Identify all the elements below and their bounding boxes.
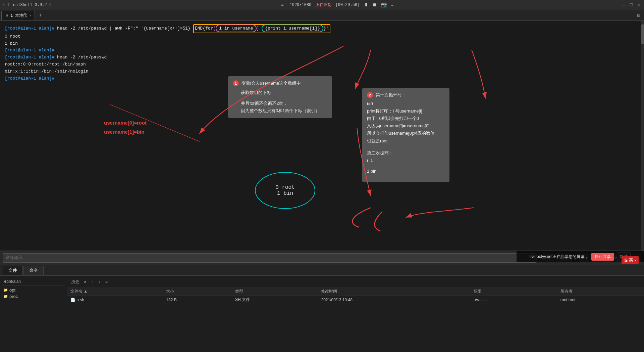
live-notification-text: live.polyv.net正在共享您的屏幕， — [530, 254, 589, 260]
new-tab-button[interactable]: + — [36, 11, 44, 19]
cmd-highlight-orange: END{for(i in username) {print i,username… — [193, 24, 330, 33]
file-name: 📄 a.sh — [67, 296, 163, 304]
close-button[interactable]: ✕ — [636, 2, 641, 8]
ime-badge[interactable]: S 英 · — [622, 256, 639, 264]
upload-toolbar-btn[interactable]: ≡ — [104, 279, 109, 285]
bottom-content: /root/alan 📁 opt 📁 proc 历史 ↺ ↑ ↓ ≡ — [0, 276, 644, 352]
box2-text-1: 第一次循环时： — [376, 92, 406, 97]
cmd-part-2: head -2 /etc/passwd — [54, 54, 107, 61]
titlebar-controls: — □ ✕ — [621, 2, 641, 8]
output-line-4: bin:x:1:1:bin:/bin:/sbin/nologin — [5, 68, 639, 75]
col-type[interactable]: 类型 — [232, 287, 318, 296]
annotation-box-2: 2 第一次循环时： i=0 print将打印：i 与username[i] 由于… — [362, 88, 449, 182]
ime-logo: S — [624, 257, 628, 263]
box2-text-4: 由于i=0所以会先打印一个0 — [367, 115, 445, 122]
titlebar-center: ≡ 1920x1080 正在录制 [00:29:59] ⏸ ⏹ 📷 ✏ — [279, 2, 393, 8]
username-0-label: username[0]=root — [104, 118, 147, 127]
col-name[interactable]: 文件名 ▲ — [67, 287, 163, 296]
ellipse-line-2: 1 bin — [277, 190, 293, 196]
file-tree: /root/alan 📁 opt 📁 proc — [0, 276, 67, 352]
pause-icon[interactable]: ⏸ — [364, 2, 368, 8]
box1-text-3: 并且for循环会循环2次， — [233, 100, 327, 107]
history-toolbar-btn[interactable]: 历史 — [70, 278, 80, 285]
box2-text-9: 第二次循环： — [367, 149, 445, 157]
bottom-tabbar: 文件 命令 — [0, 265, 644, 276]
command-line-2: [root@alan-1 alan]# head -2 /etc/passwd — [5, 54, 639, 61]
tab-files[interactable]: 文件 — [3, 266, 23, 275]
col-modified[interactable]: 修改时间 — [318, 287, 470, 296]
output-line-3: root:x:0:0:root:/root:/bin/bash — [5, 61, 639, 68]
output-ellipse: 0 root 1 bin — [255, 172, 315, 209]
command-input[interactable] — [3, 253, 537, 263]
file-size: 132 B — [163, 296, 232, 304]
app-title: FinalShell 3.9.2.2 — [8, 3, 52, 7]
col-size[interactable]: 大小 — [163, 287, 232, 296]
tab-label: 1 本地① — [10, 13, 27, 18]
titlebar-left: ⚡ FinalShell 3.9.2.2 — [3, 2, 52, 8]
tab-local[interactable]: 🖥 1 本地① ✕ — [1, 11, 35, 20]
cmd-highlight-cyan: {print i,username[i]} — [262, 25, 323, 32]
camera-icon[interactable]: 📷 — [381, 2, 387, 8]
prompt-2: [root@alan-1 alan]# — [5, 47, 639, 54]
box1-text-4: 因为整个数组只有0和1两个下标（索引） — [233, 107, 327, 115]
file-perm: -rw-r--r-- — [470, 296, 557, 304]
red-annotation-1: username[0]=root username[1]=bin — [104, 118, 147, 136]
minimize-button[interactable]: — — [621, 2, 627, 8]
tab-close-icon[interactable]: ✕ — [29, 13, 31, 17]
box1-text-2: 获取数组的下标 — [233, 89, 327, 96]
folder-icon-proc: 📁 — [3, 294, 8, 299]
file-list-toolbar: 历史 ↺ ↑ ↓ ≡ — [67, 277, 644, 287]
prompt-1: [root@alan-1 alan]# — [5, 25, 54, 32]
tab-commands[interactable]: 命令 — [23, 266, 44, 275]
bottom-panel: 文件 命令 /root/alan 📁 opt 📁 proc 历史 ↺ ↑ ↓ ≡ — [0, 265, 644, 352]
col-perm[interactable]: 权限 — [470, 287, 557, 296]
file-modified: 2021/09/13 10:48 — [318, 296, 470, 304]
file-list-area: 历史 ↺ ↑ ↓ ≡ 文件名 ▲ 大小 类型 修改时间 权限 所有者 — [67, 276, 644, 352]
resolution-label: 1920x1080 — [290, 3, 312, 7]
file-table: 文件名 ▲ 大小 类型 修改时间 权限 所有者 📄 a.sh 13 — [67, 287, 644, 304]
box2-text-6: 所以会打印username[0]对应的数值 — [367, 130, 445, 137]
file-icon: 📄 — [70, 298, 75, 302]
col-owner[interactable]: 所有者 — [557, 287, 644, 296]
output-line-1: 0 root — [5, 33, 639, 40]
box2-text-2: i=0 — [367, 100, 445, 107]
recording-time: [00:29:59] — [335, 3, 360, 7]
box2-text-7: 也就是root — [367, 137, 445, 145]
terminal-area[interactable]: [root@alan-1 alan]# head -2 /etc/passwd … — [0, 21, 644, 251]
stop-icon[interactable]: ⏹ — [372, 2, 377, 8]
folder-icon-opt: 📁 — [3, 288, 8, 292]
annotation-number-2: 2 — [367, 92, 373, 98]
tree-item-proc[interactable]: 📁 proc — [2, 293, 65, 300]
tree-label-proc: proc — [9, 294, 18, 299]
box2-text-10: i=1 — [367, 157, 445, 164]
box2-text-12: 1 bin — [367, 168, 445, 175]
box1-text-1: 变量i会去username这个数组中 — [241, 81, 301, 86]
pen-icon[interactable]: ✏ — [391, 2, 393, 8]
table-row[interactable]: 📄 a.sh 132 B SH 文件 2021/09/13 10:48 -rw-… — [67, 296, 644, 304]
box2-text-5: 又因为username[i]=usernuma[0] — [367, 122, 445, 130]
maximize-button[interactable]: □ — [629, 2, 634, 8]
grid-view-icon[interactable]: ⊞ — [635, 11, 643, 19]
app-icon: ⚡ — [3, 2, 5, 8]
file-type: SH 文件 — [232, 296, 318, 304]
tabbar: 🖥 1 本地① ✕ + ⊞ — [0, 10, 644, 21]
table-header-row: 文件名 ▲ 大小 类型 修改时间 权限 所有者 — [67, 287, 644, 296]
prompt-3: [root@alan-1 alan]# — [5, 54, 54, 61]
command-line-1: [root@alan-1 alan]# head -2 /etc/passwd … — [5, 24, 639, 33]
path-bar: /root/alan — [2, 278, 65, 285]
tree-item-opt[interactable]: 📁 opt — [2, 287, 65, 293]
stop-share-button[interactable]: 停止共享 — [591, 253, 614, 261]
download-toolbar-btn[interactable]: ↓ — [97, 279, 102, 285]
up-toolbar-btn[interactable]: ↑ — [90, 279, 95, 285]
cmd-part-1: head -2 /etc/passwd | awk -F":" '{userna… — [54, 25, 193, 32]
refresh-toolbar-btn[interactable]: ↺ — [83, 279, 88, 285]
ime-settings-icon[interactable]: · — [635, 258, 636, 263]
tab-icon: 🖥 — [5, 13, 8, 17]
menu-icon[interactable]: ≡ — [279, 3, 285, 7]
cmd-highlight-pink: i in username — [216, 25, 256, 32]
ellipse-line-1: 0 root — [275, 184, 295, 190]
scrollbar-thumb[interactable] — [641, 24, 644, 44]
recording-label: 正在录制 — [315, 2, 331, 8]
annotation-box-1: 1 变量i会去username这个数组中 获取数组的下标 并且for循环会循环2… — [228, 76, 332, 118]
scrollbar-track[interactable] — [641, 21, 644, 251]
